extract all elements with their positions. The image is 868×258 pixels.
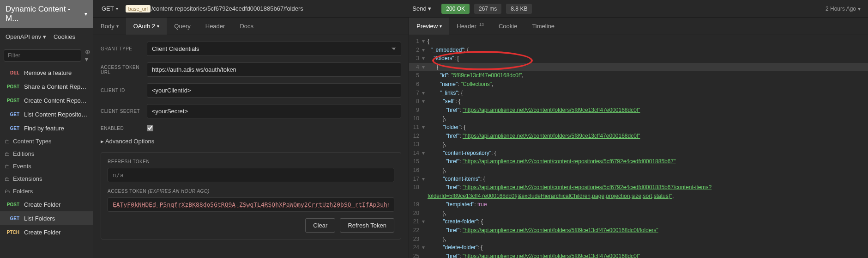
refresh-token-button[interactable]: Refresh Token <box>340 218 394 233</box>
sidebar-list: DELRemove a featurePOSTShare a Content R… <box>0 66 93 258</box>
tab-preview[interactable]: Preview ▾ <box>409 18 449 35</box>
tab-timeline[interactable]: Timeline <box>524 18 562 35</box>
request-label: List Content Repositories <box>24 111 88 118</box>
sidebar-category[interactable]: 🗀Extensions <box>0 172 93 185</box>
refresh-token-input[interactable] <box>108 168 394 182</box>
sidebar-request[interactable]: POSTCreate Content Repository <box>0 93 93 107</box>
token-url-input[interactable] <box>147 62 401 77</box>
grant-type-select[interactable]: Client Credentials <box>147 42 401 56</box>
json-line: 6 "name": "Collections", <box>409 80 868 89</box>
sidebar-request[interactable]: GETList Folders <box>0 211 93 225</box>
method-badge: POST <box>5 202 19 207</box>
json-line: 9 "href": "https://api.amplience.net/v2/… <box>409 106 868 115</box>
base-url-tag: base_url <box>126 5 151 12</box>
json-line: 14▾ "content-repository": { <box>409 149 868 158</box>
folder-icon: 🗀 <box>5 151 10 157</box>
json-line: 7▾ "_links": { <box>409 89 868 98</box>
access-token-input[interactable] <box>108 197 394 212</box>
json-line: 24▾ "delete-folder": { <box>409 243 868 252</box>
workspace-selector[interactable]: Dynamic Content - M...▾ <box>0 0 93 28</box>
tab-header[interactable]: Header13 <box>449 18 491 35</box>
sidebar-category[interactable]: 🗀Events <box>0 160 93 172</box>
json-line: 25 "href": "https://api.amplience.net/v2… <box>409 252 868 258</box>
request-label: Find by feature <box>24 125 64 132</box>
sidebar-request[interactable]: POSTCreate Folder <box>0 197 93 211</box>
time-ago[interactable]: 2 Hours Ago ▾ <box>826 6 861 12</box>
sidebar-category[interactable]: 🗀Editions <box>0 147 93 160</box>
json-line: 12 "href": "https://api.amplience.net/v2… <box>409 132 868 141</box>
category-label: Extensions <box>13 175 42 182</box>
json-line: 23 }, <box>409 235 868 244</box>
client-id-input[interactable] <box>147 83 401 98</box>
json-line: 13 }, <box>409 140 868 149</box>
enabled-label: ENABLED <box>101 126 147 131</box>
method-badge: GET <box>5 216 19 221</box>
add-icon[interactable]: ⊕ ▾ <box>85 48 90 63</box>
json-line: 22 "href": "https://api.amplience.net/v2… <box>409 226 868 235</box>
method-badge: DEL <box>5 70 19 75</box>
tab-body[interactable]: Body ▾ <box>93 18 126 35</box>
client-secret-label: CLIENT SECRET <box>101 109 147 114</box>
method-badge: POST <box>5 98 19 103</box>
category-label: Content Types <box>13 138 52 145</box>
sidebar: Dynamic Content - M...▾ OpenAPI env ▾ Co… <box>0 0 93 258</box>
send-button[interactable]: Send ▾ <box>406 2 438 15</box>
json-line: 4▾ { <box>409 63 868 72</box>
request-label: Create Folder <box>24 229 60 236</box>
method-badge: PTCH <box>5 230 19 235</box>
env-selector[interactable]: OpenAPI env ▾ <box>6 33 46 40</box>
client-id-label: CLIENT ID <box>101 88 147 93</box>
json-line: 17▾ "content-items": { <box>409 175 868 184</box>
json-line: 16 }, <box>409 166 868 175</box>
client-secret-input[interactable] <box>147 104 401 118</box>
category-label: Events <box>13 163 31 170</box>
advanced-options[interactable]: ▸ Advanced Options <box>101 138 401 145</box>
sidebar-category-folders[interactable]: 🗁Folders <box>0 185 93 197</box>
topbar: GET ▾ base_url /content-repositories/5cf… <box>93 0 868 18</box>
tab-oauth-2[interactable]: OAuth 2 ▾ <box>126 18 167 35</box>
filter-input[interactable] <box>4 49 81 61</box>
refresh-token-label: REFRESH TOKEN <box>108 159 394 164</box>
category-label: Folders <box>13 188 33 195</box>
response-tabs: Preview ▾Header13CookieTimeline <box>409 18 868 35</box>
token-url-label: ACCESS TOKEN URL <box>101 65 147 75</box>
json-line: 19 "templated": true <box>409 200 868 209</box>
clear-button[interactable]: Clear <box>305 218 335 233</box>
sidebar-request[interactable]: PTCHCreate Folder <box>0 225 93 239</box>
sidebar-request[interactable]: GETList Content Repositories <box>0 107 93 121</box>
enabled-checkbox[interactable] <box>147 125 153 131</box>
tab-cookie[interactable]: Cookie <box>491 18 524 35</box>
size-badge: 8.8 KB <box>506 4 532 14</box>
grant-type-label: GRANT TYPE <box>101 46 147 51</box>
sidebar-request[interactable]: DELRemove a feature <box>0 66 93 80</box>
json-line: 10 }, <box>409 114 868 123</box>
request-label: Create Folder <box>24 201 60 208</box>
tab-header[interactable]: Header <box>198 18 233 35</box>
time-badge: 267 ms <box>474 4 501 14</box>
sidebar-request[interactable]: GETFind by feature <box>0 121 93 135</box>
json-line: 15 "href": "https://api.amplience.net/v2… <box>409 157 868 166</box>
json-line: 18 "href": "https://api.amplience.net/v2… <box>409 183 868 200</box>
method-badge: GET <box>5 126 19 131</box>
json-preview[interactable]: 1▾{2▾ "_embedded": {3▾ "folders": [4▾ {5… <box>409 35 868 258</box>
folder-icon: 🗀 <box>5 138 10 145</box>
json-line: 20 }, <box>409 209 868 218</box>
status-badge: 200 OK <box>441 4 470 14</box>
request-label: Share a Content Repository <box>24 83 88 90</box>
tab-docs[interactable]: Docs <box>232 18 261 35</box>
folder-icon: 🗀 <box>5 176 10 182</box>
sidebar-request[interactable]: POSTShare a Content Repository <box>0 80 93 93</box>
method-selector[interactable]: GET ▾ <box>98 3 122 14</box>
sidebar-category[interactable]: 🗀Content Types <box>0 135 93 147</box>
cookies-link[interactable]: Cookies <box>54 33 75 40</box>
json-line: 8▾ "self": { <box>409 97 868 106</box>
json-line: 3▾ "folders": [ <box>409 54 868 63</box>
url-bar[interactable]: base_url /content-repositories/5cf6792e4… <box>126 5 403 12</box>
folder-open-icon: 🗁 <box>5 188 10 195</box>
folder-icon: 🗀 <box>5 163 10 170</box>
tab-query[interactable]: Query <box>167 18 198 35</box>
json-line: 21▾ "create-folder": { <box>409 217 868 226</box>
chevron-down-icon: ▾ <box>84 11 87 17</box>
json-line: 1▾{ <box>409 37 868 46</box>
chevron-down-icon: ▾ <box>116 6 118 11</box>
